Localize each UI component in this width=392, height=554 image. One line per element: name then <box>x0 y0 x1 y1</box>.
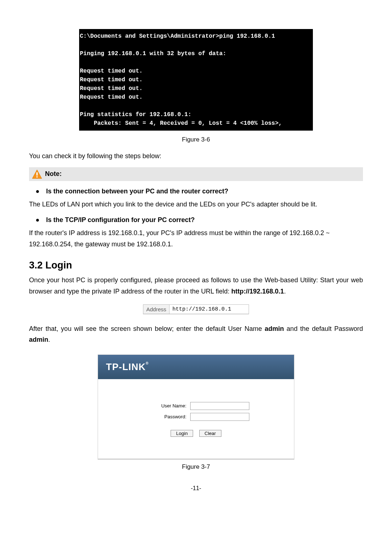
term-line: Request timed out. <box>80 68 143 74</box>
term-line: Ping statistics for 192.168.0.1: <box>80 111 191 118</box>
term-line: Pinging 192.168.0.1 with 32 bytes of dat… <box>80 50 226 57</box>
brand-reg: ® <box>146 361 149 365</box>
term-line: Request timed out. <box>80 94 143 100</box>
terminal-output: C:\Documents and Settings\Administrator>… <box>79 29 313 131</box>
term-line: Request timed out. <box>80 77 143 83</box>
login-paragraph-2: After that, you will see the screen show… <box>29 323 363 345</box>
login-panel: TP-LINK® User Name: Password: Login Clea… <box>98 354 294 460</box>
login-header: TP-LINK® <box>98 355 294 379</box>
address-bar: Address http://192.168.0.1 <box>143 304 249 314</box>
page-number: -11- <box>29 485 363 492</box>
para2-a: After that, you will see the screen show… <box>29 325 265 332</box>
bullet-dot: ● <box>36 188 40 195</box>
password-input[interactable] <box>190 413 249 421</box>
username-label: User Name: <box>143 403 187 409</box>
para1-period: . <box>284 288 286 295</box>
address-label: Address <box>143 305 170 314</box>
username-input[interactable] <box>190 402 249 410</box>
bullet-q2: ● Is the TCP/IP configuration for your P… <box>29 216 363 224</box>
warning-icon <box>32 169 42 179</box>
term-line: C:\Documents and Settings\Administrator>… <box>80 33 275 40</box>
clear-button[interactable]: Clear <box>199 430 221 437</box>
bullet-q1: ● Is the connection between your PC and … <box>29 188 363 195</box>
para2-admin1: admin <box>265 325 284 332</box>
note-label: Note: <box>45 170 62 178</box>
para2-admin2: admin <box>29 336 48 343</box>
question-1: Is the connection between your PC and th… <box>46 188 228 195</box>
para2-b: and the default Password <box>284 325 363 332</box>
bullet-dot: ● <box>36 216 40 224</box>
para1-url-bold: http://192.168.0.1 <box>231 288 284 295</box>
term-line: Request timed out. <box>80 85 143 92</box>
svg-rect-2 <box>36 176 37 177</box>
brand-logo: TP-LINK® <box>106 361 149 372</box>
figure-caption-3-6: Figure 3-6 <box>29 136 363 143</box>
address-url[interactable]: http://192.168.0.1 <box>170 305 249 314</box>
figure-caption-3-7: Figure 3-7 <box>29 463 363 471</box>
answer-1: The LEDs of LAN port which you link to t… <box>29 199 363 210</box>
brand-text: TP-LINK <box>106 361 146 372</box>
para2-period: . <box>48 336 50 343</box>
note-box: Note: <box>29 167 363 181</box>
login-buttons: Login Clear <box>98 430 294 437</box>
password-label: Password: <box>143 414 187 419</box>
login-body: User Name: Password: Login Clear <box>98 379 294 459</box>
question-2: Is the TCP/IP configuration for your PC … <box>46 216 195 224</box>
section-heading-3-2: 3.2 Login <box>29 260 363 271</box>
term-line: Packets: Sent = 4, Received = 0, Lost = … <box>80 120 282 127</box>
svg-rect-1 <box>36 172 37 176</box>
document-page: C:\Documents and Settings\Administrator>… <box>0 0 392 554</box>
para1-text: Once your host PC is properly configured… <box>29 276 363 295</box>
login-paragraph-1: Once your host PC is properly configured… <box>29 275 363 297</box>
username-row: User Name: <box>98 402 294 410</box>
body-text: You can check it by following the steps … <box>29 151 363 162</box>
answer-2: If the router's IP address is 192.168.0.… <box>29 227 363 250</box>
login-button[interactable]: Login <box>171 430 193 437</box>
password-row: Password: <box>98 413 294 421</box>
